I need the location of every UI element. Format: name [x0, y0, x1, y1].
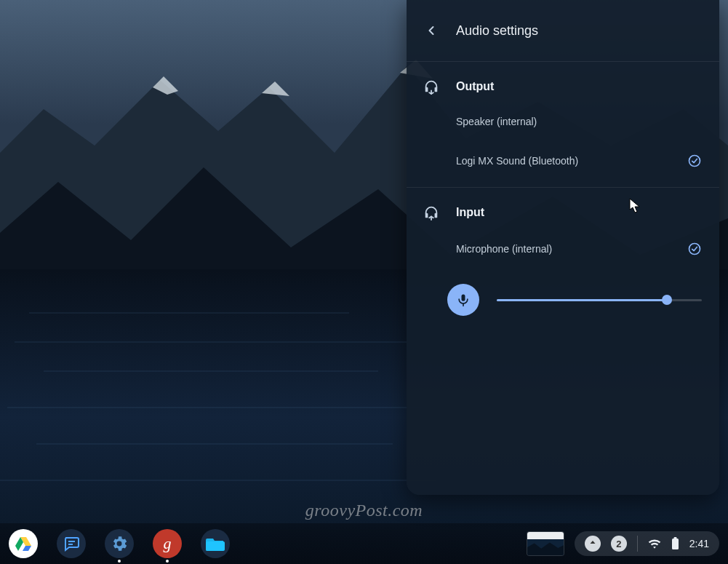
- overview-window-thumbnail[interactable]: [527, 531, 564, 556]
- input-heading: Input: [456, 206, 484, 219]
- output-section-header: Output: [407, 62, 719, 103]
- headphones-input-icon: [423, 204, 440, 221]
- check-circle-icon: [687, 154, 702, 168]
- app-settings[interactable]: [105, 529, 134, 558]
- svg-rect-20: [206, 541, 225, 551]
- svg-marker-14: [23, 546, 31, 551]
- microphone-button[interactable]: [447, 284, 479, 316]
- panel-header: Audio settings: [407, 0, 719, 61]
- audio-settings-panel: Audio settings Output Speaker (internal)…: [407, 0, 719, 495]
- wifi-icon: [648, 539, 661, 549]
- back-button[interactable]: [418, 17, 444, 44]
- shelf: g 2 2:41: [0, 523, 728, 564]
- microphone-icon: [456, 293, 471, 307]
- drive-icon: [15, 536, 32, 552]
- app-groovypost[interactable]: g: [153, 529, 182, 558]
- device-label: Logi MX Sound (Bluetooth): [456, 155, 578, 167]
- svg-rect-23: [673, 537, 676, 539]
- headphones-output-icon: [423, 78, 440, 95]
- mic-gain-slider[interactable]: [497, 299, 702, 301]
- chevron-left-icon: [424, 23, 439, 38]
- app-files[interactable]: [201, 529, 230, 558]
- notification-count-badge: 2: [611, 536, 627, 552]
- check-circle-icon: [687, 242, 702, 256]
- svg-rect-22: [672, 539, 679, 549]
- messages-icon: [63, 535, 80, 552]
- device-label: Microphone (internal): [456, 243, 552, 255]
- output-heading: Output: [456, 80, 494, 93]
- g-icon: g: [164, 534, 172, 553]
- pinned-apps: g: [9, 529, 230, 558]
- svg-point-11: [689, 244, 700, 255]
- status-area[interactable]: 2 2:41: [575, 531, 719, 556]
- svg-point-9: [689, 156, 700, 167]
- separator: [637, 536, 638, 552]
- input-device-microphone[interactable]: Microphone (internal): [407, 229, 719, 269]
- clock: 2:41: [689, 538, 709, 549]
- mic-gain-row: [407, 269, 719, 330]
- gear-icon: [110, 534, 129, 553]
- app-drive[interactable]: [9, 529, 38, 558]
- output-device-speaker[interactable]: Speaker (internal): [407, 103, 719, 140]
- output-device-bluetooth[interactable]: Logi MX Sound (Bluetooth): [407, 140, 719, 181]
- folder-icon: [206, 536, 225, 552]
- panel-title: Audio settings: [456, 23, 538, 39]
- battery-icon: [671, 537, 679, 550]
- notifications-expand-icon: [585, 536, 601, 552]
- input-section-header: Input: [407, 188, 719, 229]
- svg-point-19: [117, 541, 122, 547]
- device-label: Speaker (internal): [456, 116, 537, 127]
- app-messages[interactable]: [57, 529, 86, 558]
